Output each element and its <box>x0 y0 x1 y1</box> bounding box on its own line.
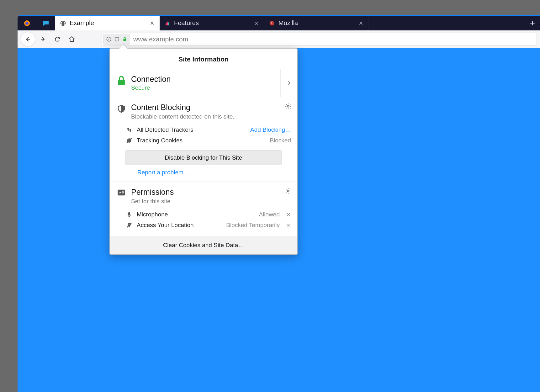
microphone-permission-row: Microphone Allowed <box>116 209 291 220</box>
close-icon[interactable] <box>358 20 364 26</box>
tab-mozilla[interactable]: Mozilla <box>264 16 368 30</box>
blocking-heading: Content Blocking <box>131 103 291 112</box>
close-icon[interactable] <box>254 20 259 26</box>
microphone-status: Allowed <box>259 211 280 218</box>
permissions-settings-button[interactable] <box>285 188 292 194</box>
globe-icon <box>60 20 66 27</box>
reload-button[interactable] <box>51 33 64 46</box>
site-identity-button[interactable] <box>103 34 130 45</box>
permissions-icon <box>116 188 127 197</box>
svg-point-14 <box>130 141 130 141</box>
cookies-status: Blocked <box>270 137 291 144</box>
tab-label: Features <box>174 19 251 27</box>
address-bar[interactable]: www.example.com <box>102 33 537 46</box>
clear-cookies-button[interactable]: Clear Cookies and Site Data… <box>110 236 297 254</box>
location-label: Access Your Location <box>137 222 222 229</box>
site-information-popup: Site Information Connection Secure <box>109 48 298 255</box>
tab-label: Example <box>70 19 146 27</box>
connection-section: Connection Secure <box>110 69 297 97</box>
blocking-settings-button[interactable] <box>285 103 292 110</box>
svg-rect-9 <box>128 130 129 131</box>
connection-status: Secure <box>131 84 278 91</box>
forward-button[interactable] <box>36 33 50 46</box>
connection-details-button[interactable] <box>280 69 297 97</box>
add-blocking-link[interactable]: Add Blocking… <box>250 126 291 133</box>
location-blocked-icon <box>125 222 133 228</box>
permissions-subtitle: Set for this site <box>131 198 291 205</box>
remove-microphone-permission[interactable] <box>286 212 291 217</box>
new-tab-button[interactable] <box>525 16 540 30</box>
popup-title: Site Information <box>110 49 297 69</box>
tab-icon-area <box>18 16 55 30</box>
svg-point-10 <box>130 129 131 131</box>
shield-icon <box>114 36 120 42</box>
cookie-blocked-icon <box>125 137 133 144</box>
tab-strip: Example Features Mozilla <box>18 16 540 30</box>
shield-icon <box>116 103 127 114</box>
svg-point-7 <box>287 105 289 107</box>
svg-rect-5 <box>123 39 126 41</box>
permissions-heading: Permissions <box>131 188 291 197</box>
cookies-label: Tracking Cookies <box>137 137 266 144</box>
svg-point-13 <box>128 140 129 140</box>
close-icon[interactable] <box>149 20 155 26</box>
svg-point-8 <box>127 128 129 130</box>
tab-label: Mozilla <box>278 19 355 27</box>
remove-location-permission[interactable] <box>286 223 291 228</box>
page-content: Site Information Connection Secure <box>18 48 540 392</box>
lock-icon <box>122 37 127 42</box>
tab-example[interactable]: Example <box>55 16 160 30</box>
back-button[interactable] <box>21 32 35 46</box>
lock-icon <box>116 75 127 86</box>
browser-window: Example Features Mozilla <box>18 15 540 392</box>
url-text: www.example.com <box>133 35 188 43</box>
cookies-row: Tracking Cookies Blocked <box>116 135 291 146</box>
firefox-icon <box>23 19 31 27</box>
footsteps-icon <box>125 127 133 133</box>
blocking-subtitle: Blockable content detected on this site. <box>131 113 291 120</box>
connection-heading: Connection <box>131 75 278 84</box>
microphone-label: Microphone <box>137 211 255 218</box>
location-status: Blocked Temporarily <box>226 222 280 229</box>
chat-icon[interactable] <box>42 19 50 27</box>
tab-features[interactable]: Features <box>160 16 264 30</box>
trackers-row: All Detected Trackers Add Blocking… <box>116 124 291 135</box>
microphone-icon <box>125 211 133 218</box>
permissions-section: Permissions Set for this site Microphone… <box>110 182 297 236</box>
content-blocking-section: Content Blocking Blockable content detec… <box>110 97 297 182</box>
svg-rect-17 <box>129 212 130 215</box>
disable-blocking-button[interactable]: Disable Blocking for This Site <box>125 150 282 165</box>
location-permission-row: Access Your Location Blocked Temporarily <box>116 220 291 230</box>
svg-rect-16 <box>118 190 125 196</box>
mozilla-icon <box>268 20 275 27</box>
desktop-background: Example Features Mozilla <box>0 0 540 392</box>
info-icon <box>106 36 112 42</box>
trackers-label: All Detected Trackers <box>137 126 246 133</box>
svg-point-1 <box>25 22 29 25</box>
svg-rect-6 <box>118 80 125 85</box>
svg-point-15 <box>287 190 289 192</box>
home-button[interactable] <box>65 33 78 46</box>
svg-rect-11 <box>130 131 131 132</box>
features-icon <box>164 20 171 27</box>
navigation-toolbar: www.example.com <box>18 30 540 48</box>
report-problem-link[interactable]: Report a problem… <box>137 169 291 176</box>
